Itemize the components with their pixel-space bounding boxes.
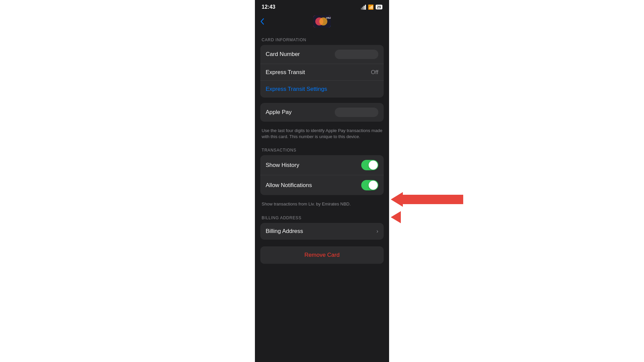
- billing-address-label: Billing Address: [266, 228, 303, 235]
- svg-text:VISA: VISA: [326, 17, 331, 19]
- billing-address-chevron-icon: ›: [376, 228, 378, 235]
- card-number-label: Card Number: [266, 51, 300, 58]
- remove-card-button[interactable]: Remove Card: [260, 246, 384, 264]
- arrow-head-icon: [391, 192, 403, 207]
- card-logo: VISA: [313, 15, 331, 27]
- status-bar: 12:43 📶 29: [255, 0, 389, 13]
- card-number-value-redacted: [335, 50, 378, 59]
- show-history-row[interactable]: Show History: [260, 155, 384, 175]
- allow-notifications-label: Allow Notifications: [266, 182, 312, 189]
- arrow-head-icon-2: [391, 211, 401, 223]
- status-time: 12:43: [262, 4, 275, 10]
- red-arrow-annotation-2: [391, 211, 401, 223]
- signal-icon: [361, 5, 366, 10]
- battery-icon: 29: [376, 5, 382, 9]
- card-info-group: Card Number Express Transit Off Express …: [260, 45, 384, 98]
- apple-pay-row[interactable]: Apple Pay: [260, 103, 384, 122]
- billing-address-row[interactable]: Billing Address ›: [260, 223, 384, 240]
- express-transit-label: Express Transit: [266, 69, 305, 76]
- apple-pay-description: Use the last four digits to identify App…: [260, 124, 384, 142]
- apple-pay-label: Apple Pay: [266, 109, 292, 116]
- show-history-toggle-knob: [369, 161, 378, 170]
- apple-pay-group: Apple Pay: [260, 103, 384, 122]
- allow-notifications-row[interactable]: Allow Notifications: [260, 175, 384, 195]
- card-number-row[interactable]: Card Number: [260, 45, 384, 64]
- card-info-section-label: CARD INFORMATION: [260, 32, 384, 45]
- apple-pay-value-redacted: [335, 108, 378, 117]
- red-arrow-annotation: [391, 192, 463, 207]
- remove-card-group: Remove Card: [260, 246, 384, 264]
- express-transit-value: Off: [371, 69, 378, 76]
- express-transit-settings-label: Express Transit Settings: [266, 86, 327, 93]
- arrow-body: [403, 195, 463, 204]
- billing-address-section-label: BILLING ADDRESS: [260, 209, 384, 223]
- transactions-group: Show History Allow Notifications: [260, 155, 384, 195]
- express-transit-settings-row[interactable]: Express Transit Settings: [260, 81, 384, 98]
- wifi-icon: 📶: [368, 4, 374, 10]
- allow-notifications-toggle-knob: [369, 181, 378, 190]
- back-button[interactable]: [260, 18, 264, 25]
- allow-notifications-toggle[interactable]: [361, 180, 378, 190]
- express-transit-row[interactable]: Express Transit Off: [260, 64, 384, 81]
- show-history-label: Show History: [266, 162, 299, 169]
- remove-card-label: Remove Card: [305, 252, 340, 258]
- show-history-toggle[interactable]: [361, 160, 378, 170]
- transactions-description: Show transactions from Liv. by Emirates …: [260, 198, 384, 209]
- nav-bar: VISA: [255, 13, 389, 32]
- status-icons: 📶 29: [361, 4, 382, 10]
- content-area: CARD INFORMATION Card Number Express Tra…: [255, 32, 389, 362]
- billing-address-group: Billing Address ›: [260, 223, 384, 240]
- phone-screen: 12:43 📶 29: [255, 0, 389, 362]
- transactions-section-label: TRANSACTIONS: [260, 142, 384, 155]
